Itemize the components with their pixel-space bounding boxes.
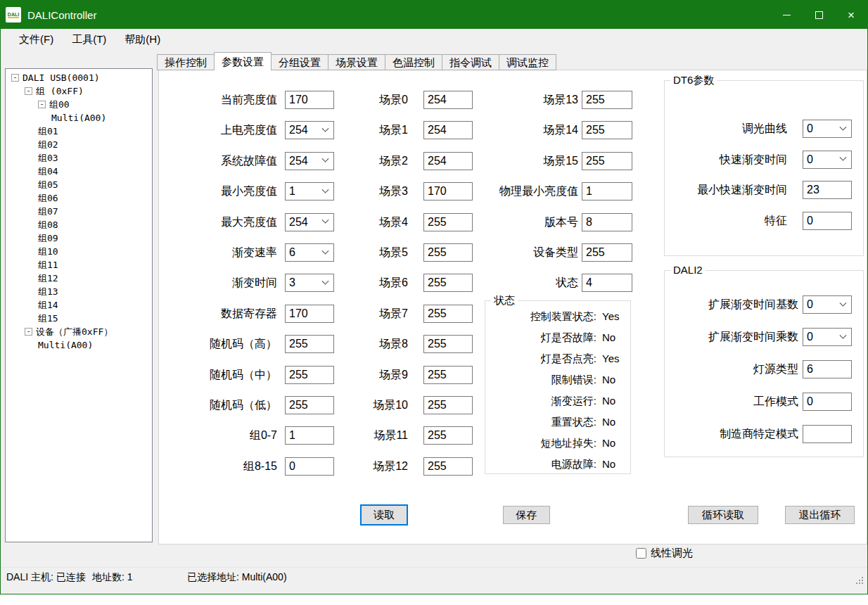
min-level-value: 1 [289,185,295,198]
menu-item-0[interactable]: 文件(F) [10,30,63,49]
max-level-combobox[interactable]: 254 [285,213,334,231]
current-level-input[interactable] [285,91,334,109]
tree-item-4[interactable]: 组01 [6,125,152,138]
min-level-combobox[interactable]: 1 [285,182,334,200]
tab-4[interactable]: 色温控制 [385,54,442,70]
lamp-failure-label: 灯是否故障: [490,331,596,345]
fade-rate-combobox[interactable]: 6 [285,243,334,262]
group-0-7-input[interactable] [285,426,334,445]
group-8-15-input[interactable] [285,457,334,476]
linear-dimming-checkbox[interactable] [636,548,646,559]
version-number-input[interactable] [582,213,632,231]
tree-item-11[interactable]: 组08 [6,218,152,231]
random-code-mid-input[interactable] [285,366,334,384]
tree-item-label: 组10 [38,246,58,258]
tree-item-15[interactable]: 组12 [6,272,152,285]
tree-item-label: 组14 [38,299,58,312]
scene-7-input[interactable] [423,305,473,323]
manufacturer-specific-mode-input[interactable] [803,425,852,443]
scene-10-input[interactable] [423,396,473,414]
extended-fade-time-multiplier-combobox[interactable]: 0 [803,328,852,346]
tree-expander-icon[interactable]: - [25,328,32,336]
scene-8-input[interactable] [423,335,473,353]
tree-item-19[interactable]: -设备（广播0xFF） [6,325,152,338]
features-input[interactable] [803,212,852,230]
fade-time-combobox[interactable]: 3 [285,274,334,292]
tree-item-0[interactable]: -DALI USB(0001) [6,71,152,84]
scene-15-input[interactable] [582,152,632,170]
tree-item-6[interactable]: 组03 [6,151,152,165]
app-icon-text: DALI [8,12,19,18]
tree-item-label: 组02 [38,139,58,151]
tree-item-3[interactable]: Multi(A00) [6,111,152,125]
tree-item-2[interactable]: -组00 [6,98,152,111]
system-failure-level-combobox[interactable]: 254 [285,152,334,170]
fade-time-label: 渐变时间 [165,274,277,292]
maximize-icon [815,11,823,19]
tree-item-16[interactable]: 组13 [6,285,152,298]
tree-item-17[interactable]: 组14 [6,298,152,312]
operating-mode-input[interactable] [803,393,852,411]
scene-6-label: 场景6 [328,274,408,292]
fast-fade-time-combobox[interactable]: 0 [803,151,852,169]
exit-loop-button[interactable]: 退出循环 [785,506,855,524]
tree-item-label: 组00 [49,98,70,111]
tree-item-8[interactable]: 组05 [6,178,152,191]
tab-3[interactable]: 场景设置 [328,54,385,70]
read-button[interactable]: 读取 [360,504,408,526]
tree-expander-icon[interactable]: - [38,101,46,108]
minimize-button[interactable] [770,1,803,29]
menu-item-2[interactable]: 帮助(H) [115,30,170,49]
tree-expander-icon[interactable]: - [11,74,19,82]
group-0-7-label: 组0-7 [165,426,277,445]
scene-12-input[interactable] [423,457,473,476]
tab-6[interactable]: 调试监控 [499,54,556,70]
scene-9-input[interactable] [423,366,473,384]
control-gear-status-label: 控制装置状态: [490,310,596,324]
status-bar: DALI 主机: 已连接 地址数: 1 已选择地址: Multi(A00) [1,567,867,585]
extended-fade-time-multiplier-value: 0 [807,331,813,343]
chevron-down-icon [840,299,847,306]
random-code-high-input[interactable] [285,335,334,353]
tab-2[interactable]: 分组设置 [271,54,328,70]
tree-item-9[interactable]: 组06 [6,191,152,205]
tree-item-14[interactable]: 组11 [6,258,152,272]
min-fast-fade-time-label: 最小快速渐变时间 [668,181,787,199]
random-code-low-input[interactable] [285,396,334,414]
close-button[interactable]: × [835,1,867,29]
extended-fade-time-base-combobox[interactable]: 0 [803,295,852,314]
tree-item-20[interactable]: Multi(A00) [6,338,152,352]
light-source-type-input[interactable] [803,360,852,378]
menu-item-1[interactable]: 工具(T) [63,30,115,49]
tab-5[interactable]: 指令调试 [442,54,499,70]
power-failure-label: 电源故障: [490,458,596,471]
tree-item-10[interactable]: 组07 [6,205,152,218]
resize-grip-icon[interactable] [862,577,863,578]
tree-item-18[interactable]: 组15 [6,312,152,325]
tab-1[interactable]: 参数设置 [214,52,272,70]
scene-1-label: 场景1 [328,121,408,139]
tree-expander-icon[interactable]: - [25,87,32,95]
tree-item-12[interactable]: 组09 [6,231,152,245]
dt6-group-body: 调光曲线0快速渐变时间0最小快速渐变时间特征 [665,81,863,255]
device-type-input[interactable] [582,243,632,262]
scene-14-input[interactable] [582,121,632,139]
max-level-value: 254 [289,216,308,229]
tab-0[interactable]: 操作控制 [157,54,215,70]
scene-13-input[interactable] [582,91,632,109]
save-button[interactable]: 保存 [503,506,550,524]
tree-item-13[interactable]: 组10 [6,245,152,258]
power-on-level-combobox[interactable]: 254 [285,121,334,139]
status-value-input[interactable] [582,274,632,292]
data-register-input[interactable] [285,305,334,323]
tree-item-7[interactable]: 组04 [6,165,152,178]
fast-fade-time-value: 0 [807,153,813,166]
physical-min-level-input[interactable] [582,182,632,200]
min-fast-fade-time-input[interactable] [803,181,852,199]
loop-read-button[interactable]: 循环读取 [688,506,758,524]
tree-item-5[interactable]: 组02 [6,138,152,151]
dimming-curve-combobox[interactable]: 0 [803,120,852,138]
tree-item-1[interactable]: -组 (0xFF) [6,84,152,98]
maximize-button[interactable] [803,1,835,29]
scene-11-input[interactable] [423,426,473,445]
